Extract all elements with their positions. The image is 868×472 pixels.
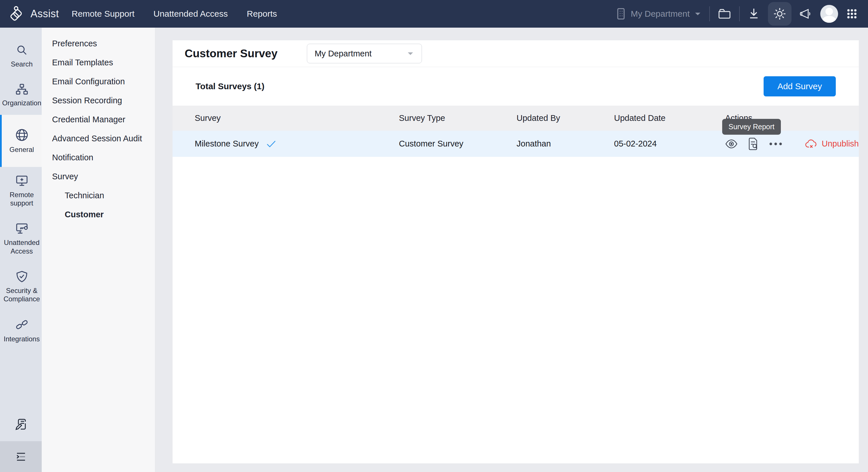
- sidebar-item-security-compliance[interactable]: Security & Compliance: [0, 263, 42, 311]
- download-icon[interactable]: [748, 7, 760, 20]
- sidebar-item-organization[interactable]: Organization: [0, 76, 42, 115]
- page-title: Customer Survey: [185, 47, 278, 60]
- column-header-survey-type: Survey Type: [399, 113, 517, 123]
- brand-title: Assist: [30, 8, 59, 20]
- survey-type: Customer Survey: [399, 139, 517, 148]
- sidebar-item-remote-support[interactable]: Remote support: [0, 167, 42, 215]
- sidebar-item-search[interactable]: Search: [0, 36, 42, 76]
- building-icon: [616, 7, 626, 20]
- menu-item-notification[interactable]: Notification: [42, 148, 155, 167]
- search-icon: [16, 44, 28, 56]
- menu-item-credential-manager[interactable]: Credential Manager: [42, 110, 155, 129]
- chevron-down-icon: [407, 51, 414, 56]
- nav-unattended-access[interactable]: Unattended Access: [153, 9, 228, 19]
- shield-check-icon: [15, 270, 29, 283]
- menu-item-survey[interactable]: Survey: [42, 167, 155, 186]
- monitor-key-icon: [15, 222, 29, 235]
- column-header-survey: Survey: [195, 113, 399, 123]
- published-check-icon: [266, 140, 276, 148]
- org-chart-icon: [15, 83, 29, 95]
- sidebar-item-label: Unattended Access: [3, 238, 40, 255]
- menu-item-technician[interactable]: Technician: [42, 186, 155, 205]
- assist-logo-icon: [9, 6, 25, 22]
- department-select[interactable]: My Department: [307, 44, 422, 63]
- card-header: Customer Survey My Department: [173, 40, 859, 67]
- sidebar-collapse-toggle[interactable]: [0, 441, 42, 472]
- department-select-value: My Department: [315, 49, 372, 58]
- department-picker[interactable]: My Department: [616, 7, 701, 20]
- add-survey-button[interactable]: Add Survey: [764, 76, 836, 96]
- globe-icon: [15, 128, 29, 142]
- top-navbar: Assist Remote Support Unattended Access …: [0, 0, 868, 28]
- sidebar-item-unattended-access[interactable]: Unattended Access: [0, 215, 42, 263]
- updated-by: Jonathan: [517, 139, 614, 148]
- menu-item-email-configuration[interactable]: Email Configuration: [42, 72, 155, 91]
- updated-date: 05-02-2024: [614, 139, 725, 148]
- settings-gear-button[interactable]: [768, 2, 792, 26]
- feedback-icon[interactable]: [0, 411, 42, 441]
- nav-reports[interactable]: Reports: [247, 9, 277, 19]
- divider: [709, 6, 710, 21]
- sidebar-item-general[interactable]: General: [0, 115, 42, 167]
- apps-grid-icon[interactable]: [846, 8, 858, 20]
- total-surveys-label: Total Surveys (1): [195, 82, 265, 91]
- sidebar-item-label: Search: [11, 60, 32, 68]
- sidebar-item-label: Security & Compliance: [3, 286, 40, 303]
- preview-eye-icon[interactable]: [725, 139, 738, 148]
- brand[interactable]: Assist: [0, 6, 72, 22]
- column-header-updated-by: Updated By: [517, 113, 614, 123]
- menu-item-advanced-session-audit[interactable]: Advanced Session Audit: [42, 129, 155, 148]
- link-icon: [15, 318, 29, 331]
- survey-name: Milestone Survey: [195, 139, 258, 148]
- divider: [739, 6, 740, 21]
- sidebar-item-label: Integrations: [4, 335, 40, 343]
- menu-item-session-recording[interactable]: Session Recording: [42, 91, 155, 110]
- folder-icon[interactable]: [718, 8, 731, 20]
- topnav-right: My Department: [616, 2, 868, 26]
- survey-report-tooltip: Survey Report: [722, 119, 781, 135]
- sidebar-item-integrations[interactable]: Integrations: [0, 311, 42, 351]
- cloud-x-icon: [805, 139, 818, 149]
- sidebar-item-label: Remote support: [3, 190, 40, 207]
- settings-submenu: Preferences Email Templates Email Config…: [42, 28, 155, 472]
- more-actions-icon[interactable]: [768, 142, 783, 146]
- department-label: My Department: [631, 9, 690, 19]
- unpublish-label: Unpublish: [822, 139, 859, 148]
- monitor-plus-icon: [15, 174, 29, 187]
- customer-survey-card: Customer Survey My Department Total Surv…: [173, 40, 859, 463]
- announcements-icon[interactable]: [800, 7, 812, 20]
- icon-sidebar: Search Organization General: [0, 28, 42, 472]
- sidebar-item-label: Organization: [2, 99, 41, 107]
- user-avatar[interactable]: [820, 5, 838, 23]
- survey-report-icon[interactable]: [747, 138, 758, 150]
- chevron-down-icon: [694, 11, 701, 16]
- menu-item-email-templates[interactable]: Email Templates: [42, 53, 155, 72]
- sidebar-item-label: General: [9, 145, 34, 154]
- topnav-items: Remote Support Unattended Access Reports: [72, 9, 277, 19]
- column-header-updated-date: Updated Date: [614, 113, 725, 123]
- unpublish-button[interactable]: Unpublish: [805, 139, 859, 149]
- card-toolbar: Total Surveys (1) Add Survey: [173, 67, 859, 106]
- nav-remote-support[interactable]: Remote Support: [72, 9, 134, 19]
- main-content: Customer Survey My Department Total Surv…: [155, 28, 868, 472]
- menu-item-customer[interactable]: Customer: [42, 205, 155, 224]
- menu-item-preferences[interactable]: Preferences: [42, 34, 155, 53]
